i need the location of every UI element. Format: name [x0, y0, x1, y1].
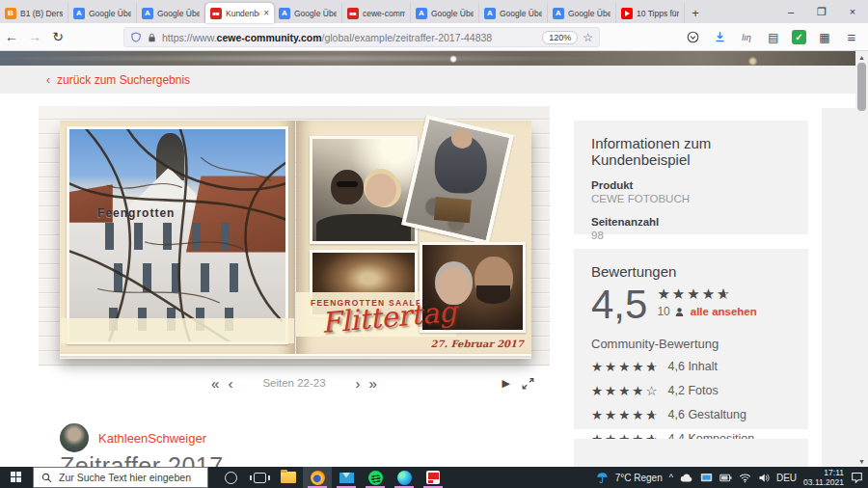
browser-tab[interactable]: AGoogle Übersetz — [137, 3, 205, 23]
slideshow-play-icon[interactable]: ▶ — [502, 378, 510, 389]
overall-score: 4,5 — [591, 285, 647, 324]
tab-close-icon[interactable]: × — [263, 8, 269, 18]
display-icon[interactable] — [700, 473, 713, 483]
browser-tab[interactable]: AGoogle Übersetz — [548, 3, 616, 23]
new-tab-button[interactable]: + — [685, 3, 706, 23]
last-page-icon[interactable]: » — [369, 376, 377, 391]
star-icon: ★ — [618, 359, 632, 374]
weather-umbrella-icon[interactable] — [596, 472, 609, 484]
menu-icon[interactable]: ≡ — [843, 29, 860, 46]
star-icon: ☆★ — [717, 285, 731, 303]
bookmark-star-icon[interactable]: ☆ — [583, 31, 593, 44]
page-gutter — [822, 108, 855, 467]
weather-text[interactable]: 7°C Regen — [615, 473, 663, 483]
tab-label: Google Übersetz — [89, 9, 131, 18]
reload-icon[interactable]: ↻ — [46, 26, 69, 47]
zoom-level-badge[interactable]: 120% — [542, 31, 578, 44]
translate-icon: A — [553, 8, 564, 19]
browser-tab[interactable]: AGoogle Übersetz — [68, 3, 137, 23]
back-icon[interactable]: ← — [0, 26, 23, 47]
close-button[interactable]: × — [837, 0, 868, 23]
photobook-viewer[interactable]: Feengrotten — [39, 106, 550, 366]
wifi-icon[interactable] — [739, 473, 751, 483]
pocket-icon[interactable] — [684, 29, 701, 46]
language-indicator[interactable]: DEU — [776, 473, 797, 483]
star-icon: ★ — [702, 285, 717, 303]
taskbar-search[interactable]: Zur Suche Text hier eingeben — [33, 467, 208, 488]
star-icon: ★ — [657, 285, 671, 303]
browser-tab[interactable]: AGoogle Übersetz — [274, 3, 342, 23]
spotify-icon — [368, 471, 383, 485]
minimize-button[interactable]: – — [775, 0, 806, 23]
photos-icon — [426, 471, 440, 484]
reader-icon[interactable]: ▤ — [765, 29, 782, 46]
tab-label: B1 (B) Ders2: Öd — [20, 9, 63, 18]
start-button[interactable] — [0, 467, 33, 488]
browser-tab[interactable]: AGoogle Übersetz — [479, 3, 548, 23]
tab-label: Google Übersetz — [294, 9, 337, 18]
taskbar-spotify-icon[interactable] — [361, 467, 390, 488]
firefox-icon — [311, 471, 325, 485]
star-icon: ★ — [605, 407, 618, 422]
search-icon — [41, 473, 52, 483]
next-card-partial — [574, 439, 808, 467]
forward-icon[interactable]: → — [23, 26, 46, 47]
tab-label: Google Übersetz — [431, 9, 474, 18]
download-icon[interactable] — [711, 29, 728, 46]
restore-button[interactable]: ❐ — [806, 0, 837, 23]
translate-icon: A — [484, 8, 496, 19]
grid-extension-icon[interactable]: ▦ — [816, 29, 833, 46]
product-value: CEWE FOTOBUCH — [591, 193, 791, 204]
browser-tab[interactable]: ■■Kundenbeispi× — [205, 3, 274, 23]
scrollbar-thumb[interactable] — [857, 63, 866, 111]
lock-icon[interactable] — [147, 32, 157, 43]
scroll-up-icon[interactable]: ▲ — [855, 51, 868, 63]
rating-count: 10 — [657, 305, 669, 318]
clock[interactable]: 17:11 03.11.2021 — [803, 468, 844, 487]
cewe-community-page: ‹ zurück zum Suchergebnis Feengrot — [0, 51, 868, 467]
example-title-clipped: Zeitraffer 2017 — [60, 452, 224, 467]
fullscreen-icon[interactable] — [522, 377, 534, 390]
author-name-link[interactable]: KathleenSchweiger — [98, 431, 206, 446]
prev-page-icon[interactable]: ‹ — [228, 376, 232, 391]
taskbar-edge-icon[interactable] — [390, 467, 419, 488]
taskbar-firefox-icon[interactable] — [303, 467, 332, 488]
url-text[interactable]: https://www.cewe-community.com/global/ex… — [162, 32, 537, 43]
back-to-results-link[interactable]: ‹ zurück zum Suchergebnis — [46, 73, 190, 87]
cortana-icon — [225, 472, 237, 484]
browser-tab[interactable]: 10 Tipps für ein — [616, 3, 685, 23]
star-icon: ★ — [605, 383, 618, 398]
view-all-ratings-link[interactable]: alle ansehen — [691, 306, 757, 317]
ratings-card: Bewertungen 4,5 ★★★★☆★ 10 alle ansehen C… — [574, 249, 808, 429]
windows-logo-icon — [11, 472, 22, 483]
browser-tab[interactable]: ■■cewe-communit — [342, 3, 411, 23]
taskbar-cortana-icon[interactable] — [216, 467, 245, 488]
tab-strip: BB1 (B) Ders2: ÖdAGoogle ÜbersetzAGoogle… — [0, 3, 685, 23]
star-icon: ★ — [618, 383, 632, 398]
url-bar[interactable]: https://www.cewe-community.com/global/ex… — [123, 27, 600, 47]
onedrive-cloud-icon[interactable] — [680, 473, 693, 483]
browser-tab[interactable]: BB1 (B) Ders2: Öd — [0, 3, 68, 23]
next-page-icon[interactable]: › — [356, 376, 361, 391]
translate-icon: A — [279, 8, 290, 19]
chevron-left-icon: ‹ — [46, 73, 50, 87]
hidden-icons-chevron[interactable]: ^ — [669, 473, 673, 482]
scroll-down-icon[interactable]: ▼ — [855, 455, 868, 467]
taskbar-photos-icon[interactable] — [419, 467, 448, 488]
notification-center-icon[interactable] — [851, 472, 863, 483]
check-extension-icon[interactable]: ✓ — [792, 30, 806, 44]
vertical-scrollbar[interactable]: ▲ ▼ — [855, 51, 868, 467]
info-card-title: Informationen zum Kundenbeispiel — [591, 135, 791, 168]
browser-tab[interactable]: AGoogle Übersetz — [411, 3, 479, 23]
lin-extension-icon[interactable]: lıη — [738, 29, 755, 46]
volume-icon[interactable] — [758, 473, 770, 483]
author-avatar[interactable] — [60, 423, 89, 452]
shield-icon[interactable] — [130, 32, 142, 43]
battery-icon[interactable] — [719, 474, 732, 482]
taskbar-explorer-icon[interactable] — [274, 467, 303, 488]
cewe-icon: ■■ — [210, 8, 222, 19]
community-rating-rows: ★★★★☆★4,6 Inhalt★★★★☆4,2 Fotos★★★★☆★4,6 … — [591, 358, 791, 447]
first-page-icon[interactable]: « — [211, 376, 219, 391]
taskbar-mail-icon[interactable] — [332, 467, 361, 488]
taskbar-taskview-icon[interactable] — [245, 467, 274, 488]
